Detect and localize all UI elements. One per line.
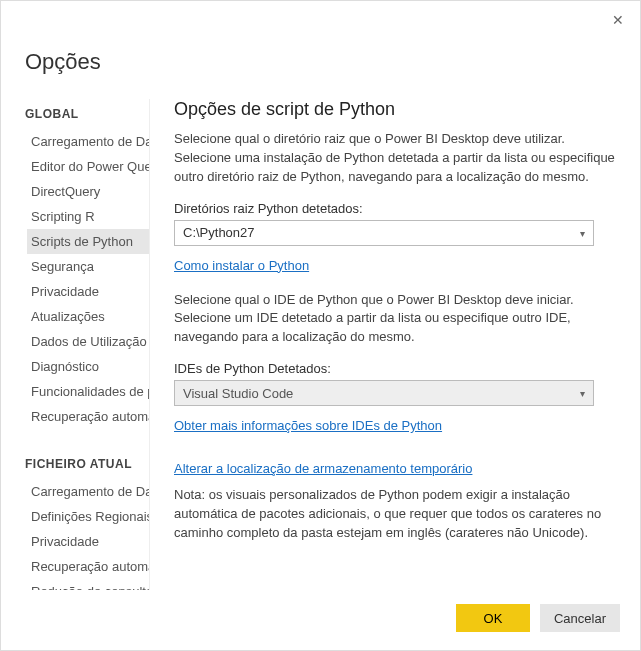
dialog-title: Opções bbox=[1, 31, 640, 99]
sidebar-item-file-privacy[interactable]: Privacidade bbox=[27, 529, 149, 554]
root-dir-value: C:\Python27 bbox=[183, 225, 255, 240]
unicode-note: Nota: os visuais personalizados de Pytho… bbox=[174, 486, 616, 543]
ok-button[interactable]: OK bbox=[456, 604, 530, 632]
ide-description: Selecione qual o IDE de Python que o Pow… bbox=[174, 291, 616, 348]
content-heading: Opções de script de Python bbox=[174, 99, 616, 120]
sidebar-item-privacy[interactable]: Privacidade bbox=[27, 279, 149, 304]
dialog-footer: OK Cancelar bbox=[1, 590, 640, 650]
sidebar-item-updates[interactable]: Atualizações bbox=[27, 304, 149, 329]
sidebar-item-power-query[interactable]: Editor do Power Query bbox=[27, 154, 149, 179]
sidebar-item-directquery[interactable]: DirectQuery bbox=[27, 179, 149, 204]
sidebar-header-current-file: FICHEIRO ATUAL bbox=[25, 457, 149, 471]
root-dir-label: Diretórios raiz Python detetados: bbox=[174, 201, 616, 216]
sidebar-item-file-regional[interactable]: Definições Regionais bbox=[27, 504, 149, 529]
root-description: Selecione qual o diretório raiz que o Po… bbox=[174, 130, 616, 187]
sidebar-item-data-loading[interactable]: Carregamento de Dados bbox=[27, 129, 149, 154]
sidebar: GLOBAL Carregamento de Dados Editor do P… bbox=[1, 99, 149, 590]
sidebar-item-file-query-reduction[interactable]: Redução de consulta bbox=[27, 579, 149, 590]
ide-value: Visual Studio Code bbox=[183, 386, 293, 401]
sidebar-item-auto-recovery[interactable]: Recuperação automática bbox=[27, 404, 149, 429]
close-icon[interactable]: ✕ bbox=[608, 9, 628, 31]
ide-info-link[interactable]: Obter mais informações sobre IDEs de Pyt… bbox=[174, 418, 442, 433]
options-dialog: ✕ Opções GLOBAL Carregamento de Dados Ed… bbox=[0, 0, 641, 651]
sidebar-item-usage-data[interactable]: Dados de Utilização bbox=[27, 329, 149, 354]
ide-select[interactable]: Visual Studio Code ▾ bbox=[174, 380, 594, 406]
cancel-button[interactable]: Cancelar bbox=[540, 604, 620, 632]
install-python-link[interactable]: Como instalar o Python bbox=[174, 258, 309, 273]
sidebar-item-r-scripting[interactable]: Scripting R bbox=[27, 204, 149, 229]
content-pane: Opções de script de Python Selecione qua… bbox=[149, 99, 640, 590]
titlebar: ✕ bbox=[1, 1, 640, 31]
sidebar-header-global: GLOBAL bbox=[25, 107, 149, 121]
ide-label: IDEs de Python Detetados: bbox=[174, 361, 616, 376]
sidebar-item-security[interactable]: Segurança bbox=[27, 254, 149, 279]
chevron-down-icon: ▾ bbox=[580, 227, 585, 238]
temp-storage-link[interactable]: Alterar a localização de armazenamento t… bbox=[174, 461, 472, 476]
sidebar-item-file-auto-recovery[interactable]: Recuperação automática bbox=[27, 554, 149, 579]
dialog-body: GLOBAL Carregamento de Dados Editor do P… bbox=[1, 99, 640, 590]
sidebar-item-file-data-loading[interactable]: Carregamento de Dados bbox=[27, 479, 149, 504]
chevron-down-icon: ▾ bbox=[580, 388, 585, 399]
root-dir-select[interactable]: C:\Python27 ▾ bbox=[174, 220, 594, 246]
sidebar-item-preview-features[interactable]: Funcionalidades de pré-visualização bbox=[27, 379, 149, 404]
sidebar-item-diagnostics[interactable]: Diagnóstico bbox=[27, 354, 149, 379]
sidebar-item-python-scripting[interactable]: Scripts de Python bbox=[27, 229, 149, 254]
